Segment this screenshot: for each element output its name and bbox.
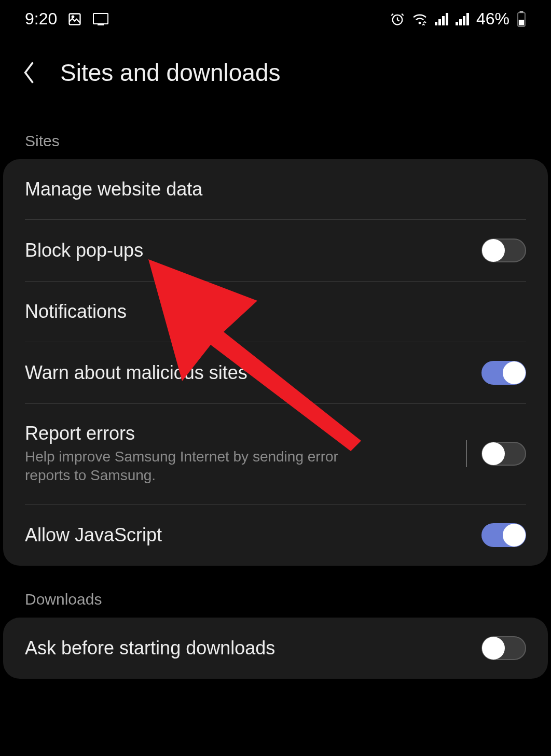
- back-button[interactable]: [19, 62, 39, 83]
- status-right: 46%: [390, 9, 526, 29]
- notifications-label: Notifications: [25, 301, 526, 323]
- toggle-knob: [482, 442, 505, 465]
- allow-javascript-label: Allow JavaScript: [25, 524, 481, 546]
- cast-icon: [92, 12, 109, 26]
- section-downloads-label: Downloads: [0, 566, 551, 618]
- warn-malicious-toggle[interactable]: [481, 361, 526, 385]
- notifications-item[interactable]: Notifications: [3, 282, 548, 342]
- toggle-knob: [503, 524, 526, 547]
- image-icon: [67, 12, 82, 26]
- block-popups-item[interactable]: Block pop-ups: [3, 220, 548, 281]
- manage-website-data-item[interactable]: Manage website data: [3, 159, 548, 219]
- report-errors-label: Report errors: [25, 423, 466, 444]
- report-errors-item[interactable]: Report errors Help improve Samsung Inter…: [3, 404, 548, 504]
- battery-icon: [517, 11, 526, 27]
- status-bar: 9:20: [0, 0, 551, 38]
- svg-rect-2: [93, 13, 108, 24]
- toggle-knob: [503, 361, 526, 384]
- vertical-divider: [466, 440, 467, 467]
- ask-before-downloads-item[interactable]: Ask before starting downloads: [3, 618, 548, 679]
- report-errors-sublabel: Help improve Samsung Internet by sending…: [25, 447, 347, 485]
- allow-javascript-toggle[interactable]: [481, 523, 526, 547]
- svg-point-1: [72, 16, 74, 17]
- status-left: 9:20: [25, 9, 109, 29]
- sites-card: Manage website data Block pop-ups Notifi…: [3, 159, 548, 566]
- alarm-icon: [390, 12, 405, 26]
- status-time: 9:20: [25, 9, 57, 29]
- battery-percent: 46%: [476, 9, 509, 29]
- ask-before-downloads-toggle[interactable]: [481, 636, 526, 660]
- warn-malicious-item[interactable]: Warn about malicious sites: [3, 342, 548, 403]
- toggle-knob: [482, 239, 505, 262]
- signal-icon-2: [456, 13, 469, 25]
- section-sites-label: Sites: [0, 107, 551, 159]
- toggle-knob: [482, 637, 505, 660]
- page-title: Sites and downloads: [60, 59, 281, 87]
- header: Sites and downloads: [0, 38, 551, 107]
- manage-website-data-label: Manage website data: [25, 178, 526, 200]
- block-popups-label: Block pop-ups: [25, 240, 481, 261]
- ask-before-downloads-label: Ask before starting downloads: [25, 637, 481, 659]
- warn-malicious-label: Warn about malicious sites: [25, 362, 481, 384]
- wifi-icon: [412, 13, 428, 25]
- report-errors-toggle[interactable]: [481, 442, 526, 466]
- signal-icon-1: [435, 13, 448, 25]
- svg-rect-7: [519, 20, 524, 25]
- allow-javascript-item[interactable]: Allow JavaScript: [3, 505, 548, 566]
- block-popups-toggle[interactable]: [481, 239, 526, 262]
- downloads-card: Ask before starting downloads: [3, 618, 548, 679]
